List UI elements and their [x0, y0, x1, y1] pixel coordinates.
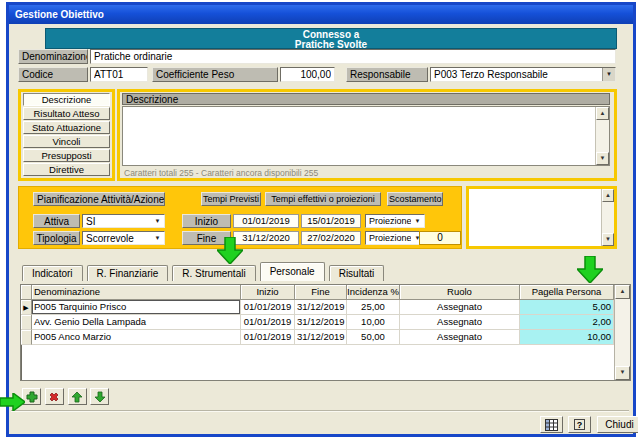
descrizione-textarea[interactable]: ▲ ▼: [122, 106, 610, 166]
table-row[interactable]: P005 Anco Marzio 01/01/2019 31/12/2019 5…: [21, 330, 614, 345]
cell-pagella[interactable]: 10,00: [520, 330, 614, 345]
footer-divider: [11, 410, 629, 412]
tab-r-finanziarie[interactable]: R. Finanziarie: [87, 265, 169, 281]
codice-input[interactable]: [90, 67, 148, 82]
codice-label: Codice: [18, 67, 88, 82]
tab-risultati[interactable]: Risultati: [329, 265, 385, 281]
grid-icon: [545, 419, 558, 431]
chevron-down-icon[interactable]: ▼: [151, 218, 164, 224]
scroll-up-icon[interactable]: ▲: [602, 189, 614, 202]
responsabile-value: P003 Terzo Responsabile: [431, 68, 602, 81]
chevron-down-icon[interactable]: ▼: [411, 218, 424, 224]
arrow-down-icon: [94, 391, 106, 403]
fine-modo-select[interactable]: Proiezione ▼: [365, 231, 425, 245]
window-title: Gestione Obiettivo: [15, 9, 104, 20]
nav-presupposti-button[interactable]: Presupposti: [23, 149, 110, 162]
move-up-button[interactable]: [68, 388, 87, 405]
table-row[interactable]: Avv. Genio Della Lampada 01/01/2019 31/1…: [21, 315, 614, 330]
scroll-down-icon[interactable]: ▼: [615, 366, 630, 380]
tab-r-strumentali[interactable]: R. Strumentali: [172, 265, 255, 281]
description-header: Descrizione: [122, 93, 610, 105]
grid-export-button[interactable]: [540, 416, 563, 433]
tipologia-label: Tipologia: [33, 231, 80, 245]
tempi-effettivi-header: Tempi effettivi o proiezioni: [265, 192, 381, 206]
table-row[interactable]: ▶ P005 Tarquinio Prisco 01/01/2019 31/12…: [21, 300, 614, 315]
tab-indicatori[interactable]: Indicatori: [22, 265, 83, 281]
arrow-down-icon: [577, 256, 603, 283]
fine-modo-value: Proiezione: [366, 232, 411, 245]
cell-incidenza: 10,00: [347, 315, 400, 330]
tipologia-select[interactable]: Scorrevole ▼: [82, 231, 165, 245]
move-down-button[interactable]: [90, 388, 109, 405]
fine-effettivo-field[interactable]: 27/02/2020: [301, 231, 361, 245]
window-title-bar[interactable]: Gestione Obiettivo: [9, 5, 633, 24]
denominazione-label: Denominazione: [18, 49, 88, 64]
cell-inizio: 01/01/2019: [241, 315, 295, 330]
table-header-row: Denominazione Inizio Fine Incidenza % Ru…: [21, 285, 614, 300]
screenshot-root: Gestione Obiettivo Connesso a Pratiche S…: [0, 0, 638, 441]
nav-descrizione-button[interactable]: Descrizione: [23, 93, 110, 106]
nav-stato-attuazione-button[interactable]: Stato Attuazione: [23, 121, 110, 134]
nav-vincoli-button[interactable]: Vincoli: [23, 135, 110, 148]
col-incidenza[interactable]: Incidenza %: [347, 285, 400, 300]
inizio-effettivo-field[interactable]: 15/01/2019: [301, 214, 361, 228]
planning-notes-box[interactable]: ▲ ▼: [466, 186, 617, 249]
scroll-down-icon[interactable]: ▼: [602, 233, 614, 246]
table-scrollbar[interactable]: ▲ ▼: [614, 285, 630, 380]
description-nav-panel: Descrizione Risultato Atteso Stato Attua…: [18, 89, 115, 181]
cell-pagella[interactable]: 5,00: [520, 300, 614, 315]
description-scrollbar[interactable]: ▲ ▼: [595, 107, 609, 165]
scostamento-field[interactable]: 0: [419, 231, 461, 245]
col-ruolo[interactable]: Ruolo: [400, 285, 520, 300]
scroll-up-icon[interactable]: ▲: [596, 107, 609, 120]
gestione-obiettivo-window: Gestione Obiettivo Connesso a Pratiche S…: [6, 2, 636, 437]
attiva-select[interactable]: SI ▼: [82, 214, 165, 228]
tempi-previsti-header: Tempi Previsti: [201, 192, 261, 206]
tab-personale[interactable]: Personale: [260, 262, 325, 281]
cell-incidenza: 25,00: [347, 300, 400, 315]
row-selector: [21, 315, 32, 330]
coefficiente-peso-input[interactable]: [280, 67, 335, 82]
character-count-status: Caratteri totali 255 - Caratteri ancora …: [124, 168, 604, 178]
col-denominazione[interactable]: Denominazione: [32, 285, 241, 300]
row-marker-icon: ▶: [21, 300, 32, 315]
cell-fine: 31/12/2019: [295, 300, 347, 315]
inizio-label: Inizio: [182, 214, 231, 228]
nav-direttive-button[interactable]: Direttive: [23, 163, 110, 176]
annotation-arrow-pagella-column: [577, 256, 603, 285]
cell-denominazione: P005 Tarquinio Prisco: [32, 300, 241, 315]
chevron-down-icon[interactable]: ▼: [602, 68, 615, 81]
cell-fine: 31/12/2019: [295, 315, 347, 330]
scroll-down-icon[interactable]: ▼: [596, 152, 609, 165]
denominazione-input[interactable]: [90, 49, 616, 64]
cell-denominazione: P005 Anco Marzio: [32, 330, 241, 345]
window-content: Connesso a Pratiche Svolte Denominazione…: [9, 24, 633, 434]
inizio-previsto-field[interactable]: 01/01/2019: [233, 214, 299, 228]
help-button[interactable]: ?: [568, 416, 591, 433]
nav-risultato-atteso-button[interactable]: Risultato Atteso: [23, 107, 110, 120]
connection-banner: Connesso a Pratiche Svolte: [45, 28, 617, 49]
responsabile-label: Responsabile: [346, 67, 428, 82]
inizio-modo-select[interactable]: Proiezione ▼: [365, 214, 425, 228]
chevron-down-icon[interactable]: ▼: [151, 235, 164, 241]
scroll-up-icon[interactable]: ▲: [615, 285, 630, 299]
delete-icon: [48, 391, 60, 403]
chiudi-button[interactable]: Chiudi: [597, 416, 638, 433]
attiva-value: SI: [83, 215, 151, 228]
personale-table: Denominazione Inizio Fine Incidenza % Ru…: [20, 284, 631, 381]
inizio-modo-value: Proiezione: [366, 215, 411, 228]
col-fine[interactable]: Fine: [295, 285, 347, 300]
coefficiente-peso-label: Coefficiente Peso: [152, 67, 278, 82]
col-inizio[interactable]: Inizio: [241, 285, 295, 300]
col-pagella-persona[interactable]: Pagella Persona: [520, 285, 614, 300]
help-icon: ?: [574, 419, 585, 430]
cell-ruolo: Assegnato: [400, 330, 520, 345]
cell-pagella[interactable]: 2,00: [520, 315, 614, 330]
delete-row-button[interactable]: [45, 388, 64, 405]
annotation-arrow-personale-tab: [217, 237, 243, 266]
planning-notes-scrollbar[interactable]: ▲ ▼: [601, 189, 614, 246]
responsabile-select[interactable]: P003 Terzo Responsabile ▼: [430, 67, 616, 82]
detail-tabs: Indicatori R. Finanziarie R. Strumentali…: [22, 262, 388, 281]
table-body: Denominazione Inizio Fine Incidenza % Ru…: [21, 285, 614, 380]
cell-incidenza: 50,00: [347, 330, 400, 345]
